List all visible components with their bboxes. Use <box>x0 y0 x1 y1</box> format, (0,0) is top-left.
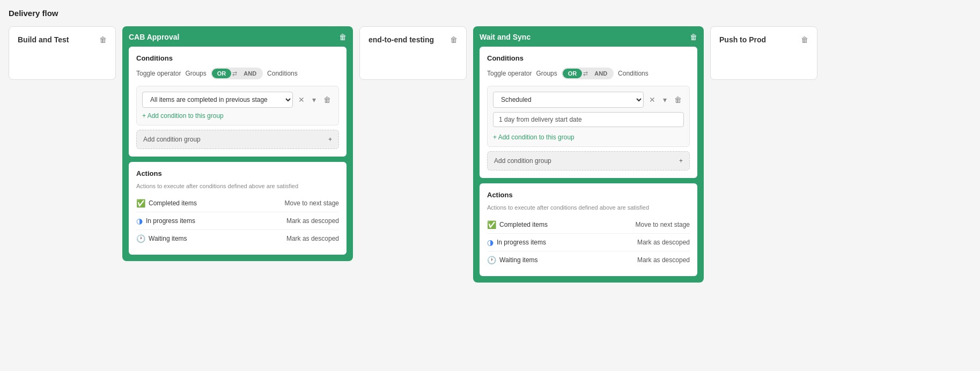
delete-condition-0-ws[interactable]: 🗑 <box>672 95 684 104</box>
action-label-1-cab: Mark as descoped <box>286 217 339 225</box>
groups-label-cab: Groups <box>185 70 206 77</box>
groups-label-ws: Groups <box>536 70 557 77</box>
toggle-group-cab: OR ⇄ AND <box>211 68 263 79</box>
delete-stage-push-to-prod[interactable]: 🗑 <box>801 35 808 44</box>
toggle-label-ws: Toggle operator <box>487 70 532 77</box>
actions-section-cab: Actions Actions to execute after conditi… <box>129 162 347 255</box>
conditions-section-cab: Conditions Toggle operator Groups OR ⇄ A… <box>129 47 347 157</box>
add-condition-group-cab[interactable]: Add condition group + <box>136 130 339 149</box>
delete-stage-wait-sync[interactable]: 🗑 <box>690 33 697 41</box>
delete-condition-0-cab[interactable]: 🗑 <box>321 95 333 104</box>
toggle-group-ws: OR ⇄ AND <box>562 68 614 79</box>
condition-select-row-0-ws: Scheduled ✕ ▾ 🗑 <box>493 92 684 108</box>
action-item-2-cab: Waiting items <box>149 235 187 242</box>
add-group-label-ws: Add condition group <box>494 157 551 165</box>
action-row-0-ws: ✅ Completed items Move to next stage <box>487 216 690 234</box>
stage-title-e2e: end-to-end testing <box>369 35 434 44</box>
action-icon-1-cab: ◑ <box>136 217 143 225</box>
action-icon-2-cab: 🕐 <box>136 234 145 243</box>
action-left-2-cab: 🕐 Waiting items <box>136 234 187 243</box>
stage-title-push-to-prod: Push to Prod <box>719 35 766 44</box>
toggle-and-cab[interactable]: AND <box>238 69 262 78</box>
action-left-2-ws: 🕐 Waiting items <box>487 256 538 264</box>
action-icon-1-ws: ◑ <box>487 238 493 247</box>
conditions-title-ws: Conditions <box>487 54 690 62</box>
action-item-2-ws: Waiting items <box>499 256 538 264</box>
action-row-1-cab: ◑ In progress items Mark as descoped <box>136 212 339 230</box>
stage-card-wait-sync: Wait and Sync 🗑 Conditions Toggle operat… <box>473 26 704 283</box>
dropdown-condition-0-ws[interactable]: ▾ <box>661 95 669 104</box>
condition-sub-input-ws[interactable] <box>493 112 684 127</box>
toggle-or-cab[interactable]: OR <box>212 69 232 78</box>
actions-section-ws: Actions Actions to execute after conditi… <box>480 183 697 276</box>
dropdown-condition-0-cab[interactable]: ▾ <box>310 95 318 104</box>
action-icon-2-ws: 🕐 <box>487 256 496 264</box>
toggle-arrow-ws: ⇄ <box>583 70 588 77</box>
action-row-2-cab: 🕐 Waiting items Mark as descoped <box>136 230 339 247</box>
stage-title-cab-approval: CAB Approval <box>129 33 179 41</box>
conditions-label-ws: Conditions <box>618 70 649 77</box>
action-label-2-cab: Mark as descoped <box>286 235 339 242</box>
action-left-1-cab: ◑ In progress items <box>136 217 195 225</box>
stage-header-cab-approval: CAB Approval 🗑 <box>129 33 347 41</box>
action-row-2-ws: 🕐 Waiting items Mark as descoped <box>487 251 690 269</box>
action-label-0-cab: Move to next stage <box>285 199 339 207</box>
stage-card-cab-approval: CAB Approval 🗑 Conditions Toggle operato… <box>122 26 353 261</box>
clear-condition-0-ws[interactable]: ✕ <box>647 95 658 104</box>
delete-stage-build-and-test[interactable]: 🗑 <box>99 35 107 44</box>
page-title: Delivery flow <box>9 9 971 18</box>
action-item-0-cab: Completed items <box>149 199 197 207</box>
stage-card-build-and-test: Build and Test 🗑 <box>9 26 116 80</box>
stage-card-push-to-prod: Push to Prod 🗑 <box>710 26 817 80</box>
stage-header-wait-sync: Wait and Sync 🗑 <box>480 33 697 41</box>
flow-container: Build and Test 🗑 CAB Approval 🗑 Conditio… <box>9 26 971 283</box>
conditions-title-cab: Conditions <box>136 54 339 62</box>
condition-select-0-cab[interactable]: All items are completed in previous stag… <box>142 92 293 108</box>
condition-select-0-ws[interactable]: Scheduled <box>493 92 644 108</box>
action-item-1-ws: In progress items <box>497 239 546 246</box>
toggle-and-ws[interactable]: AND <box>589 69 613 78</box>
conditions-section-ws: Conditions Toggle operator Groups OR ⇄ A… <box>480 47 697 178</box>
action-label-1-ws: Mark as descoped <box>637 239 690 246</box>
delete-stage-cab-approval[interactable]: 🗑 <box>339 33 347 41</box>
action-left-1-ws: ◑ In progress items <box>487 238 546 247</box>
condition-group-0-cab: All items are completed in previous stag… <box>136 86 339 125</box>
toggle-row-cab: Toggle operator Groups OR ⇄ AND Conditio… <box>136 68 339 79</box>
conditions-label-cab: Conditions <box>267 70 298 77</box>
add-condition-cab[interactable]: + Add condition to this group <box>142 112 333 120</box>
toggle-arrow-cab: ⇄ <box>232 70 237 77</box>
add-group-label-cab: Add condition group <box>143 136 201 143</box>
actions-desc-ws: Actions to execute after conditions defi… <box>487 204 690 211</box>
action-label-2-ws: Mark as descoped <box>637 256 690 264</box>
action-row-1-ws: ◑ In progress items Mark as descoped <box>487 234 690 251</box>
action-label-0-ws: Move to next stage <box>636 221 690 228</box>
add-group-icon-cab: + <box>328 136 332 143</box>
action-icon-0-cab: ✅ <box>136 199 145 207</box>
add-group-icon-ws: + <box>679 157 683 165</box>
toggle-or-ws[interactable]: OR <box>563 69 583 78</box>
delete-stage-e2e[interactable]: 🗑 <box>450 35 458 44</box>
stage-title-build-and-test: Build and Test <box>18 35 69 44</box>
condition-select-row-0-cab: All items are completed in previous stag… <box>142 92 333 108</box>
action-item-0-ws: Completed items <box>499 221 548 228</box>
action-icon-0-ws: ✅ <box>487 220 496 229</box>
stage-card-e2e: end-to-end testing 🗑 <box>359 26 467 80</box>
condition-group-0-ws: Scheduled ✕ ▾ 🗑 + Add condition to this … <box>487 86 690 147</box>
actions-title-ws: Actions <box>487 191 690 199</box>
add-condition-ws[interactable]: + Add condition to this group <box>493 133 684 141</box>
toggle-row-ws: Toggle operator Groups OR ⇄ AND Conditio… <box>487 68 690 79</box>
clear-condition-0-cab[interactable]: ✕ <box>296 95 307 104</box>
action-left-0-ws: ✅ Completed items <box>487 220 548 229</box>
action-row-0-cab: ✅ Completed items Move to next stage <box>136 195 339 212</box>
toggle-label-cab: Toggle operator <box>136 70 181 77</box>
action-item-1-cab: In progress items <box>146 217 195 225</box>
actions-desc-cab: Actions to execute after conditions defi… <box>136 183 339 189</box>
stage-title-wait-sync: Wait and Sync <box>480 33 530 41</box>
add-condition-group-ws[interactable]: Add condition group + <box>487 151 690 170</box>
action-left-0-cab: ✅ Completed items <box>136 199 197 207</box>
actions-title-cab: Actions <box>136 169 339 177</box>
